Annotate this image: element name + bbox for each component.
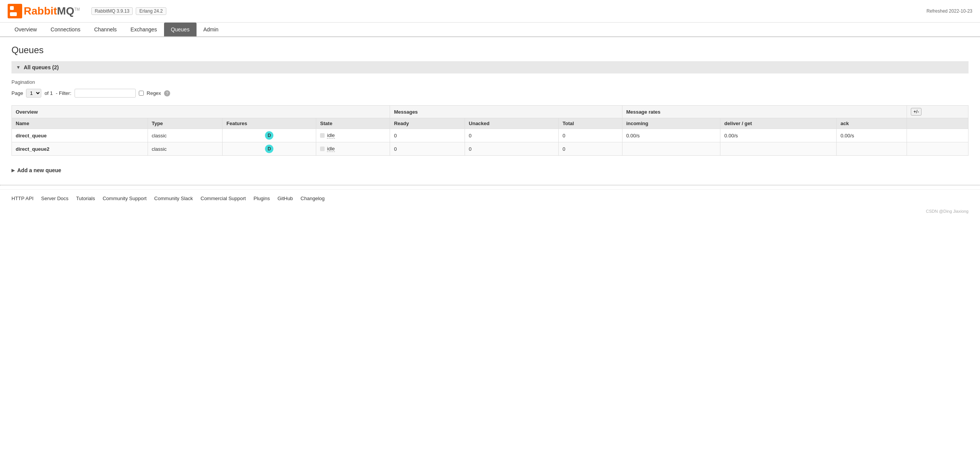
rabbitmq-version: RabbitMQ 3.9.13 bbox=[91, 7, 133, 15]
erlang-version: Erlang 24.2 bbox=[136, 7, 166, 15]
page-title: Queues bbox=[11, 45, 969, 55]
queue-name[interactable]: direct_queue2 bbox=[12, 142, 148, 156]
footer-link[interactable]: Server Docs bbox=[41, 196, 69, 201]
queue-features: D bbox=[223, 129, 316, 142]
col-type: Type bbox=[148, 118, 223, 129]
col-deliver-get: deliver / get bbox=[720, 118, 837, 129]
queue-extra bbox=[907, 142, 969, 156]
main-nav: Overview Connections Channels Exchanges … bbox=[0, 23, 980, 37]
nav-channels[interactable]: Channels bbox=[87, 23, 124, 36]
filter-label: - Filter: bbox=[56, 90, 71, 96]
queues-table: Overview Messages Message rates +/- Name… bbox=[11, 105, 969, 156]
queue-ready: 0 bbox=[390, 142, 465, 156]
footer-link[interactable]: GitHub bbox=[278, 196, 293, 201]
queue-unacked: 0 bbox=[465, 142, 559, 156]
queue-name[interactable]: direct_queue bbox=[12, 129, 148, 142]
queue-state: idle bbox=[316, 142, 390, 156]
footer-link[interactable]: Tutorials bbox=[76, 196, 95, 201]
section-collapse-arrow[interactable]: ▼ bbox=[16, 65, 21, 70]
footer-divider bbox=[0, 185, 980, 186]
logo-text: RabbitMQTM bbox=[24, 5, 80, 17]
rabbitmq-logo-icon bbox=[8, 4, 22, 18]
logo: RabbitMQTM bbox=[8, 4, 80, 18]
nav-connections[interactable]: Connections bbox=[44, 23, 87, 36]
regex-checkbox[interactable] bbox=[139, 91, 144, 96]
queue-type: classic bbox=[148, 142, 223, 156]
help-icon[interactable]: ? bbox=[164, 90, 170, 96]
section-header: ▼ All queues (2) bbox=[11, 61, 969, 73]
footer-link[interactable]: Commercial Support bbox=[201, 196, 246, 201]
feature-badge-d: D bbox=[265, 145, 273, 153]
footer-link[interactable]: HTTP API bbox=[11, 196, 34, 201]
content-area: Queues ▼ All queues (2) Pagination Page … bbox=[0, 37, 980, 185]
queue-ack bbox=[837, 142, 907, 156]
section-title: All queues (2) bbox=[24, 64, 59, 70]
footer-link[interactable]: Community Slack bbox=[154, 196, 193, 201]
table-row: direct_queue classic D idle 0 0 0 0.00/s… bbox=[12, 129, 969, 142]
queue-total: 0 bbox=[559, 142, 622, 156]
add-queue-row: ▶ Add a new queue bbox=[11, 163, 969, 177]
footer-link[interactable]: Community Support bbox=[102, 196, 146, 201]
version-badges: RabbitMQ 3.9.13 Erlang 24.2 bbox=[91, 7, 166, 15]
col-name: Name bbox=[12, 118, 148, 129]
overview-header: Overview bbox=[12, 106, 390, 118]
queue-deliver-get: 0.00/s bbox=[720, 129, 837, 142]
footer-link[interactable]: Plugins bbox=[254, 196, 270, 201]
filter-input[interactable] bbox=[75, 89, 136, 98]
col-extra bbox=[907, 118, 969, 129]
nav-overview[interactable]: Overview bbox=[8, 23, 44, 36]
queue-extra bbox=[907, 129, 969, 142]
queue-features: D bbox=[223, 142, 316, 156]
message-rates-header: Message rates bbox=[622, 106, 907, 118]
of-label: of 1 bbox=[44, 90, 53, 96]
queue-total: 0 bbox=[559, 129, 622, 142]
queue-unacked: 0 bbox=[465, 129, 559, 142]
col-unacked: Unacked bbox=[465, 118, 559, 129]
pagination-row: Page 1 of 1 - Filter: Regex ? bbox=[11, 89, 969, 98]
messages-header: Messages bbox=[390, 106, 622, 118]
col-ack: ack bbox=[837, 118, 907, 129]
queue-deliver-get bbox=[720, 142, 837, 156]
add-queue-arrow[interactable]: ▶ bbox=[11, 168, 15, 173]
col-total: Total bbox=[559, 118, 622, 129]
page-label: Page bbox=[11, 90, 23, 96]
footer: HTTP APIServer DocsTutorialsCommunity Su… bbox=[0, 189, 980, 207]
col-incoming: incoming bbox=[622, 118, 720, 129]
queue-incoming: 0.00/s bbox=[622, 129, 720, 142]
feature-badge-d: D bbox=[265, 131, 273, 140]
table-row: direct_queue2 classic D idle 0 0 0 bbox=[12, 142, 969, 156]
footer-link[interactable]: Changelog bbox=[301, 196, 325, 201]
regex-label: Regex bbox=[147, 90, 161, 96]
queue-state: idle bbox=[316, 129, 390, 142]
col-features: Features bbox=[223, 118, 316, 129]
footer-credit: CSDN @Ding Jiaxiong bbox=[0, 207, 980, 215]
queue-ready: 0 bbox=[390, 129, 465, 142]
refresh-time: Refreshed 2022-10-23 bbox=[926, 8, 972, 14]
page-select[interactable]: 1 bbox=[26, 89, 41, 98]
col-state: State bbox=[316, 118, 390, 129]
pagination-label: Pagination bbox=[11, 79, 969, 85]
plus-minus-button[interactable]: +/- bbox=[911, 108, 921, 116]
queue-type: classic bbox=[148, 129, 223, 142]
header: RabbitMQTM RabbitMQ 3.9.13 Erlang 24.2 R… bbox=[0, 0, 980, 23]
col-ready: Ready bbox=[390, 118, 465, 129]
nav-queues[interactable]: Queues bbox=[164, 23, 197, 36]
nav-admin[interactable]: Admin bbox=[197, 23, 226, 36]
add-queue-link[interactable]: Add a new queue bbox=[17, 167, 61, 173]
nav-exchanges[interactable]: Exchanges bbox=[124, 23, 164, 36]
logo-tm: TM bbox=[74, 7, 80, 11]
queue-ack: 0.00/s bbox=[837, 129, 907, 142]
queue-incoming bbox=[622, 142, 720, 156]
plus-minus-cell: +/- bbox=[907, 106, 969, 118]
